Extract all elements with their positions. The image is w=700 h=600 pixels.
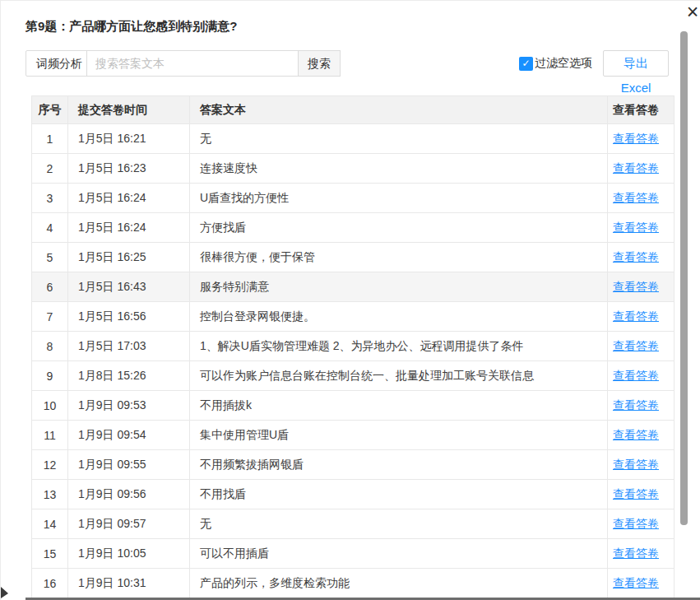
row-index: 10: [32, 391, 68, 421]
word-frequency-button[interactable]: 词频分析: [25, 50, 93, 77]
submit-time: 1月9日 10:31: [68, 569, 190, 598]
view-answer-cell: 查看答卷: [608, 421, 675, 450]
table-row: 41月5日 16:24方便找盾查看答卷: [32, 213, 675, 243]
row-index: 8: [32, 332, 68, 361]
view-answer-link[interactable]: 查看答卷: [613, 428, 659, 441]
submit-time: 1月9日 09:53: [68, 391, 190, 421]
table-row: 101月9日 09:53不用插拔k查看答卷: [32, 391, 675, 421]
row-index: 7: [32, 302, 68, 332]
row-index: 4: [32, 213, 68, 243]
row-index: 14: [32, 509, 68, 539]
row-index: 12: [32, 450, 68, 480]
answer-text: 1、解决U盾实物管理难题 2、为异地办公、远程调用提供了条件: [190, 332, 608, 361]
question-title: 第9题：产品哪方面让您感到特别满意?: [25, 19, 238, 35]
answer-text: 连接速度快: [190, 154, 608, 184]
view-answer-cell: 查看答卷: [608, 332, 675, 361]
mouse-cursor: [1, 587, 8, 598]
submit-time: 1月5日 16:23: [68, 154, 190, 184]
header-submit-time: 提交答卷时间: [68, 96, 190, 124]
row-index: 9: [32, 361, 68, 391]
filter-empty-option: ✓ 过滤空选项: [519, 56, 592, 71]
row-index: 16: [32, 569, 68, 598]
close-icon[interactable]: ×: [682, 2, 700, 23]
answers-table: 序号 提交答卷时间 答案文本 查看答卷 11月5日 16:21无查看答卷21月5…: [31, 95, 675, 598]
row-index: 3: [32, 184, 68, 213]
answer-text: 无: [190, 124, 608, 154]
submit-time: 1月8日 15:26: [68, 361, 190, 391]
view-answer-cell: 查看答卷: [608, 302, 675, 332]
submit-time: 1月5日 16:25: [68, 243, 190, 272]
search-group: 搜索: [86, 50, 341, 77]
filter-checkbox[interactable]: ✓: [519, 57, 533, 71]
table-row: 51月5日 16:25很棒很方便，便于保管查看答卷: [32, 243, 675, 272]
answer-text: 很棒很方便，便于保管: [190, 243, 608, 272]
header-answer-text: 答案文本: [190, 96, 608, 124]
answer-text: 可以不用插盾: [190, 539, 608, 569]
table-row: 31月5日 16:24U盾查找的方便性查看答卷: [32, 184, 675, 213]
table-row: 11月5日 16:21无查看答卷: [32, 124, 675, 154]
view-answer-link[interactable]: 查看答卷: [613, 221, 659, 234]
view-answer-link[interactable]: 查看答卷: [613, 132, 659, 145]
view-answer-cell: 查看答卷: [608, 243, 675, 272]
filter-checkbox-label: 过滤空选项: [535, 56, 592, 71]
table-row: 21月5日 16:23连接速度快查看答卷: [32, 154, 675, 184]
answer-text: 无: [190, 509, 608, 539]
view-answer-cell: 查看答卷: [608, 450, 675, 480]
answers-dialog: × 第9题：产品哪方面让您感到特别满意? 词频分析 搜索 ✓ 过滤空选项 导出E…: [0, 0, 700, 600]
submit-time: 1月9日 09:55: [68, 450, 190, 480]
answer-text: U盾查找的方便性: [190, 184, 608, 213]
view-answer-cell: 查看答卷: [608, 184, 675, 213]
table-row: 161月9日 10:31产品的列示，多维度检索功能查看答卷: [32, 569, 675, 598]
view-answer-link[interactable]: 查看答卷: [613, 487, 659, 500]
view-answer-link[interactable]: 查看答卷: [613, 339, 659, 352]
view-answer-cell: 查看答卷: [608, 569, 675, 598]
view-answer-link[interactable]: 查看答卷: [613, 280, 659, 293]
table-row: 61月5日 16:43服务特别满意查看答卷: [32, 272, 675, 302]
view-answer-link[interactable]: 查看答卷: [613, 547, 659, 560]
row-index: 2: [32, 154, 68, 184]
export-excel-button[interactable]: 导出Excel: [603, 50, 669, 77]
view-answer-link[interactable]: 查看答卷: [613, 161, 659, 174]
search-button[interactable]: 搜索: [298, 50, 341, 77]
submit-time: 1月5日 16:56: [68, 302, 190, 332]
view-answer-link[interactable]: 查看答卷: [613, 250, 659, 263]
table-row: 151月9日 10:05可以不用插盾查看答卷: [32, 539, 675, 569]
search-input[interactable]: [86, 50, 298, 77]
header-view-answer: 查看答卷: [608, 96, 675, 124]
view-answer-link[interactable]: 查看答卷: [613, 369, 659, 382]
answer-text: 不用找盾: [190, 480, 608, 509]
view-answer-cell: 查看答卷: [608, 361, 675, 391]
row-index: 11: [32, 421, 68, 450]
answer-text: 产品的列示，多维度检索功能: [190, 569, 608, 598]
view-answer-link[interactable]: 查看答卷: [613, 309, 659, 323]
view-answer-cell: 查看答卷: [608, 539, 675, 569]
submit-time: 1月5日 16:21: [68, 124, 190, 154]
submit-time: 1月5日 16:24: [68, 184, 190, 213]
view-answer-link[interactable]: 查看答卷: [613, 398, 659, 412]
view-answer-link[interactable]: 查看答卷: [613, 517, 659, 530]
view-answer-cell: 查看答卷: [608, 480, 675, 509]
submit-time: 1月5日 16:24: [68, 213, 190, 243]
view-answer-link[interactable]: 查看答卷: [613, 576, 659, 589]
view-answer-link[interactable]: 查看答卷: [613, 458, 659, 471]
view-answer-link[interactable]: 查看答卷: [613, 191, 659, 204]
view-answer-cell: 查看答卷: [608, 213, 675, 243]
answer-text: 可以作为账户信息台账在控制台统一、批量处理加工账号关联信息: [190, 361, 608, 391]
table-row: 71月5日 16:56控制台登录网银便捷。查看答卷: [32, 302, 675, 332]
row-index: 15: [32, 539, 68, 569]
row-index: 5: [32, 243, 68, 272]
answer-text: 方便找盾: [190, 213, 608, 243]
vertical-scrollbar-thumb[interactable]: [680, 31, 688, 525]
submit-time: 1月9日 09:57: [68, 509, 190, 539]
table-body: 11月5日 16:21无查看答卷21月5日 16:23连接速度快查看答卷31月5…: [32, 124, 675, 598]
table-row: 81月5日 17:031、解决U盾实物管理难题 2、为异地办公、远程调用提供了条…: [32, 332, 675, 361]
submit-time: 1月9日 10:05: [68, 539, 190, 569]
view-answer-cell: 查看答卷: [608, 272, 675, 302]
view-answer-cell: 查看答卷: [608, 391, 675, 421]
submit-time: 1月5日 17:03: [68, 332, 190, 361]
table-row: 111月9日 09:54集中使用管理U盾查看答卷: [32, 421, 675, 450]
table-row: 131月9日 09:56不用找盾查看答卷: [32, 480, 675, 509]
answer-text: 服务特别满意: [190, 272, 608, 302]
row-index: 6: [32, 272, 68, 302]
toolbar: 词频分析 搜索 ✓ 过滤空选项 导出Excel: [25, 50, 669, 77]
